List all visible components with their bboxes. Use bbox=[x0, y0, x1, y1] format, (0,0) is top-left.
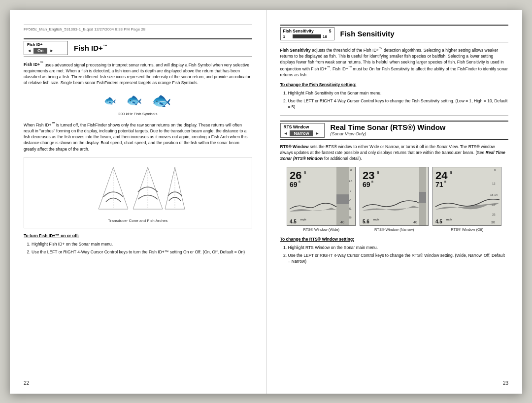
fishid-body2: When Fish ID+™ is turned off, the FishFi… bbox=[24, 121, 252, 152]
fish-icon-large: 🐟 bbox=[152, 91, 171, 110]
svg-text:ft: ft bbox=[371, 180, 373, 184]
page-number-left: 22 bbox=[24, 380, 29, 386]
svg-text:mph: mph bbox=[446, 218, 452, 221]
rts-step-2: Use the LEFT or RIGHT 4-Way Cursor Contr… bbox=[288, 252, 509, 265]
fishid-step-2: Use the LEFT or RIGHT 4-Way Cursor Contr… bbox=[32, 249, 252, 255]
rts-section-header: RTS Window ◄ Narrow ► Real Time Sonar (R… bbox=[280, 121, 509, 140]
svg-text:ft: ft bbox=[450, 170, 453, 175]
sensitivity-step-1: Highlight Fish Sensitivity on the Sonar … bbox=[288, 90, 509, 96]
svg-text:14: 14 bbox=[348, 198, 352, 201]
sensitivity-body: Fish Sensitivity adjusts the threshold o… bbox=[280, 46, 509, 78]
sensitivity-bar bbox=[287, 34, 321, 38]
svg-rect-33 bbox=[419, 192, 426, 203]
sensitivity-steps: Highlight Fish Sensitivity on the Sonar … bbox=[288, 90, 509, 110]
sensitivity-title: Fish Sensitivity bbox=[340, 30, 395, 38]
fish-symbols-area: 🐟 🐟 🐟 200 kHz Fish Symbols bbox=[24, 91, 252, 116]
rts-subtitle: (Sonar View Only) bbox=[331, 131, 446, 136]
page-left: FF585c_Man_English_531363-1_B.qxd 12/27/… bbox=[10, 10, 266, 394]
fish-caption: 200 kHz Fish Symbols bbox=[118, 112, 158, 116]
svg-text:5.5: 5.5 bbox=[348, 180, 353, 183]
book-spread: FF585c_Man_English_531363-1_B.qxd 12/27/… bbox=[10, 10, 522, 394]
svg-text:21: 21 bbox=[348, 207, 352, 210]
sensitivity-widget: Fish Sensitivity 5 1 10 bbox=[280, 27, 334, 40]
svg-text:ft: ft bbox=[299, 180, 300, 184]
rts-right-btn[interactable]: ► bbox=[315, 131, 319, 136]
rts-screen-narrow: 23 ft 69 ft 0 15 17 22 28 bbox=[360, 167, 429, 232]
sens-min-label: 1 bbox=[283, 34, 285, 39]
fishid-section-header: Fish ID+ ◄ On ► Fish ID+™ bbox=[24, 38, 252, 57]
page-number-right: 23 bbox=[503, 380, 508, 386]
rts-caption-narrow: RTS® Window (Narrow) bbox=[374, 227, 414, 232]
rts-widget-control: ◄ Narrow ► bbox=[284, 130, 321, 136]
rts-display-wide: 26 ft 69 ft 0 5.5 9 14 21 28 bbox=[287, 167, 356, 226]
rts-value: Narrow bbox=[290, 130, 313, 136]
sensitivity-section-header: Fish Sensitivity 5 1 10 Fish Sensitivity bbox=[280, 25, 509, 42]
sensitivity-bar-light bbox=[287, 34, 293, 38]
fish-icon-medium: 🐟 bbox=[126, 93, 142, 108]
rts-steps: Highlight RTS Window on the Sonar main m… bbox=[288, 245, 509, 265]
rts-title: Real Time Sonar (RTS®) Window bbox=[331, 123, 446, 131]
fishid-widget-label: Fish ID+ bbox=[27, 42, 54, 47]
fishid-step-1: Highlight Fish ID+ on the Sonar main men… bbox=[32, 241, 252, 247]
svg-text:30: 30 bbox=[491, 220, 495, 224]
rts-screen-off: 24 ft 71 ft 0 12 15 14 17 23 bbox=[432, 167, 501, 232]
fishid-left-btn[interactable]: ◄ bbox=[27, 48, 32, 53]
section-divider bbox=[280, 115, 509, 116]
rts-title-group: Real Time Sonar (RTS®) Window (Sonar Vie… bbox=[331, 123, 446, 136]
rts-left-btn[interactable]: ◄ bbox=[284, 131, 288, 136]
fishid-value: On bbox=[33, 48, 48, 54]
svg-text:71: 71 bbox=[435, 181, 443, 188]
svg-text:4.5: 4.5 bbox=[290, 219, 297, 224]
svg-text:23: 23 bbox=[492, 213, 496, 216]
fishid-title: Fish ID+™ bbox=[74, 44, 107, 52]
rts-caption-off: RTS® Window (Off) bbox=[451, 227, 483, 232]
svg-text:mph: mph bbox=[300, 218, 306, 221]
fishid-widget: Fish ID+ ◄ On ► bbox=[24, 41, 68, 55]
cone-area: Transducer Cone and Fish Arches bbox=[24, 157, 252, 228]
rts-steps-title: To change the RTS® Window setting: bbox=[280, 237, 509, 242]
fish-icon-small: 🐟 bbox=[104, 94, 116, 106]
sensitivity-step-2: Use the LEFT or RIGHT 4-Way Cursor Contr… bbox=[288, 98, 509, 110]
svg-text:ft: ft bbox=[304, 170, 307, 175]
svg-text:4.5: 4.5 bbox=[435, 219, 442, 224]
svg-text:28: 28 bbox=[348, 216, 352, 219]
sensitivity-value: 5 bbox=[329, 29, 332, 33]
svg-text:mph: mph bbox=[373, 218, 379, 221]
rts-widget: RTS Window ◄ Narrow ► bbox=[280, 123, 325, 138]
rts-caption-wide: RTS® Window (Wide) bbox=[303, 227, 339, 232]
svg-rect-18 bbox=[336, 194, 349, 204]
svg-text:12: 12 bbox=[492, 182, 496, 185]
svg-text:69: 69 bbox=[363, 181, 370, 188]
fish-row: 🐟 🐟 🐟 bbox=[104, 91, 171, 110]
svg-text:69: 69 bbox=[290, 181, 298, 188]
fishid-body1: Fish ID+™ uses advanced signal processin… bbox=[24, 61, 252, 86]
sensitivity-steps-title: To change the Fish Sensitivity setting: bbox=[280, 82, 509, 87]
rts-screen-wide: 26 ft 69 ft 0 5.5 9 14 21 28 bbox=[287, 167, 356, 232]
svg-text:ft: ft bbox=[377, 170, 380, 175]
svg-text:40: 40 bbox=[340, 220, 344, 224]
rts-step-1: Highlight RTS Window on the Sonar main m… bbox=[288, 245, 509, 250]
sensitivity-widget-label: Fish Sensitivity bbox=[283, 29, 314, 33]
cone-svg bbox=[89, 162, 187, 217]
rts-display-off: 24 ft 71 ft 0 12 15 14 17 23 bbox=[432, 167, 501, 226]
rts-widget-label: RTS Window bbox=[284, 124, 321, 129]
svg-text:40: 40 bbox=[413, 220, 417, 224]
fishid-steps: Highlight Fish ID+ on the Sonar main men… bbox=[32, 241, 252, 255]
page-right: Fish Sensitivity 5 1 10 Fish Sensitivity… bbox=[266, 10, 523, 394]
fishid-right-btn[interactable]: ► bbox=[49, 48, 54, 53]
rts-screenshots: 26 ft 69 ft 0 5.5 9 14 21 28 bbox=[280, 167, 509, 232]
rts-display-narrow: 23 ft 69 ft 0 15 17 22 28 bbox=[360, 167, 429, 226]
cone-caption: Transducer Cone and Fish Arches bbox=[108, 218, 167, 223]
rts-body: RTS® Window sets the RTS® window to eith… bbox=[280, 144, 509, 162]
svg-text:ft: ft bbox=[444, 180, 446, 184]
sens-max-label: 10 bbox=[323, 34, 327, 39]
fishid-turn-on-title: To turn Fish ID+™ on or off: bbox=[24, 233, 252, 238]
header-bar: FF585c_Man_English_531363-1_B.qxd 12/27/… bbox=[24, 25, 252, 31]
svg-text:5.6: 5.6 bbox=[363, 219, 369, 224]
svg-text:15 14: 15 14 bbox=[490, 193, 498, 196]
